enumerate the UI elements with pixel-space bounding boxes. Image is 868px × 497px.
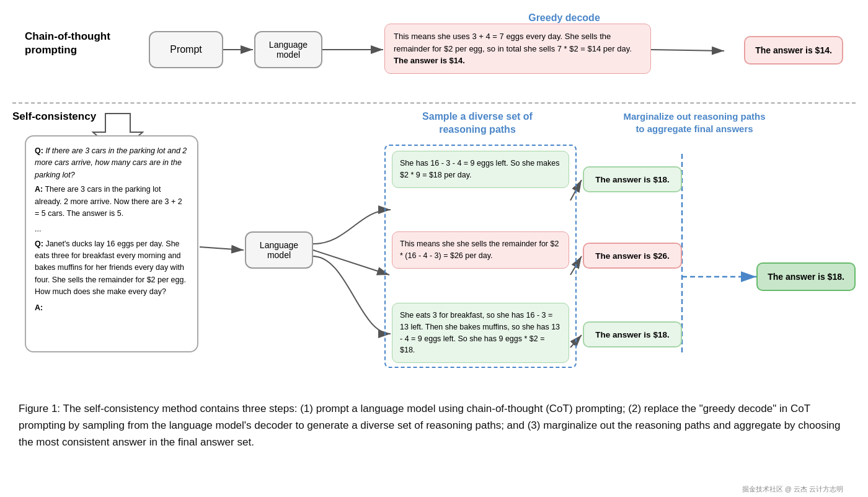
self-consistency-text: Self-consistency	[12, 110, 96, 122]
answer-1-text: The answer is $18.	[595, 175, 669, 184]
path-box-2: This means she she sells the remainder f…	[392, 231, 569, 269]
marginalize-label: Marginalize out reasoning paths to aggre…	[608, 110, 781, 135]
caption-text: Figure 1: The self-consistency method co…	[19, 403, 840, 448]
prompt-ellipsis: ...	[35, 223, 188, 235]
diagram-area: Chain-of-thought prompting Prompt Langua…	[0, 0, 868, 397]
final-answer-top-label: The answer is $14.	[755, 45, 832, 55]
cot-label-line1: Chain-of-thought	[25, 30, 110, 42]
prompt-q2-text: Janet's ducks lay 16 eggs per day. She e…	[35, 240, 186, 297]
path-box-3: She eats 3 for breakfast, so she has 16 …	[392, 303, 569, 363]
final-answer-top: The answer is $14.	[744, 36, 843, 65]
final-answer-bottom-label: The answer is $18.	[768, 272, 844, 282]
greedy-output-bold: The answer is $14.	[394, 56, 465, 65]
cot-label: Chain-of-thought prompting	[25, 30, 130, 57]
svg-line-9	[200, 247, 244, 250]
path-2-text: This means she she sells the remainder f…	[400, 240, 559, 260]
prompt-a1-text: There are 3 cars in the parking lot alre…	[35, 185, 182, 218]
sample-label-line2: reasoning paths	[439, 124, 516, 135]
answer-3-text: The answer is $18.	[595, 330, 669, 339]
sample-label: Sample a diverse set of reasoning paths	[391, 110, 564, 137]
prompt-q1-label: Q: If there are 3 cars in the parking lo…	[35, 145, 188, 181]
answer-box-1: The answer is $18.	[583, 166, 682, 192]
marginalize-label-line1: Marginalize out reasoning paths	[623, 111, 765, 122]
prompt-box-label: Prompt	[170, 44, 202, 55]
top-section: Chain-of-thought prompting Prompt Langua…	[12, 12, 856, 105]
greedy-output-text: This means she uses 3 + 4 = 7 eggs every…	[394, 32, 632, 53]
prompt-a2: A:	[35, 302, 188, 314]
language-model-bottom: Languagemodel	[245, 231, 313, 269]
path-1-text: She has 16 - 3 - 4 = 9 eggs left. So she…	[400, 159, 559, 179]
path-box-1: She has 16 - 3 - 4 = 9 eggs left. So she…	[392, 151, 569, 188]
prompt-q1-text: If there are 3 cars in the parking lot a…	[35, 146, 187, 179]
greedy-output-box: This means she uses 3 + 4 = 7 eggs every…	[384, 24, 651, 74]
answer-box-2: The answer is $26.	[583, 243, 682, 269]
prompt-box-top: Prompt	[149, 31, 223, 68]
watermark: 掘金技术社区 @ 云杰 云计方志明	[742, 485, 843, 494]
self-consistency-label: Self-consistency	[12, 110, 96, 123]
cot-label-line2: prompting	[25, 44, 77, 56]
final-answer-bottom: The answer is $18.	[756, 262, 856, 291]
svg-line-10	[313, 250, 389, 275]
bottom-section: Self-consistency	[12, 110, 856, 391]
prompt-box-bottom: Q: If there are 3 cars in the parking lo…	[25, 135, 198, 352]
watermark-text: 掘金技术社区 @ 云杰 云计方志明	[742, 485, 843, 493]
answer-2-text: The answer is $26.	[595, 251, 669, 261]
marginalize-label-line2: to aggregate final answers	[636, 123, 753, 134]
svg-line-4	[651, 50, 724, 51]
prompt-a1: A: There are 3 cars in the parking lot a…	[35, 184, 188, 220]
answer-box-3: The answer is $18.	[583, 321, 682, 347]
path-3-text: She eats 3 for breakfast, so she has 16 …	[400, 311, 560, 354]
caption-area: Figure 1: The self-consistency method co…	[19, 400, 849, 451]
language-model-top: Languagemodel	[254, 31, 322, 68]
prompt-q2: Q: Janet's ducks lay 16 eggs per day. Sh…	[35, 238, 188, 298]
sample-label-line1: Sample a diverse set of	[422, 111, 533, 122]
q1-bold: Q:	[35, 146, 43, 155]
greedy-decode-label: Greedy decode	[397, 12, 732, 24]
divider	[12, 102, 856, 104]
